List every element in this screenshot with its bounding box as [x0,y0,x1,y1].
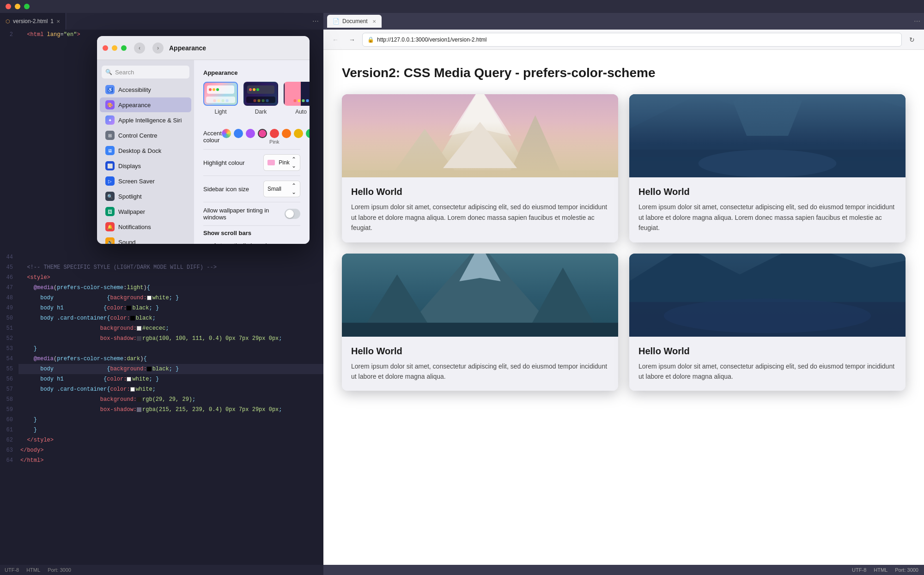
browser-tab-more-button[interactable]: ⋯ [914,18,920,25]
sidebar-item-desktop[interactable]: 🖥 Desktop & Dock [100,143,191,158]
browser-tab-bar: 📄 Document ✕ ⋯ [323,13,924,30]
mode-dark[interactable]: Dark [243,82,278,115]
vscode-panel: ⬡ version-2.html 1 ✕ ⋯ 2 <html lang = [0,13,323,575]
lake2-svg [629,254,906,337]
accent-red[interactable] [270,129,279,138]
sidebar-item-control-centre[interactable]: ⊞ Control Centre [100,128,191,143]
scroll-bars-label: Show scroll bars [203,230,300,236]
sidebar-item-appearance[interactable]: 🎨 Appearance [100,97,191,112]
accent-multicolor[interactable] [222,129,231,138]
sidebar-item-apple-intelligence[interactable]: ✦ Apple Intelligence & Siri [100,113,191,127]
sidebar-item-screensaver[interactable]: ▷ Screen Saver [100,174,191,188]
accent-colour-row: Accent colour [203,124,300,150]
browser-statusbar: UTF-8 HTML Port: 3000 [323,565,924,575]
browser-toolbar: ← → 🔒 http://127.0.0.1:3000/version1/ver… [323,30,924,50]
svg-point-20 [664,298,871,333]
appearance-modes-group: Light [203,82,300,115]
accent-yellow[interactable] [294,129,303,138]
size-dropdown-chevron-icon: ⌃⌄ [292,182,296,195]
settings-close-button[interactable] [103,45,108,51]
accent-blue[interactable] [234,129,243,138]
mode-dark-preview[interactable] [243,82,278,106]
sidebar-item-appearance-label: Appearance [118,102,151,109]
scroll-bars-section: Show scroll bars Automatically based on … [203,226,300,244]
sidebar-item-wallpaper[interactable]: 🖼 Wallpaper [100,204,191,219]
browser-encoding: UTF-8 [852,567,866,573]
minimize-button[interactable] [15,4,20,9]
displays-icon: ⬜ [105,161,115,170]
sidebar-icon-size-dropdown[interactable]: Small ⌃⌄ [263,181,300,197]
sidebar-item-displays[interactable]: ⬜ Displays [100,158,191,173]
settings-forward-button[interactable]: › [152,42,164,54]
sidebar-item-accessibility-label: Accessibility [118,86,151,93]
browser-tab-label: Document [342,18,368,24]
browser-tab-icon: 📄 [333,18,340,24]
light-mode-dock [213,99,228,102]
sidebar-item-sound[interactable]: 🔊 Sound [100,235,191,244]
card-1: Hello World Lorem ipsum dolor sit amet, … [342,94,618,242]
browser-tab-close-icon[interactable]: ✕ [372,19,376,24]
browser-url-bar[interactable]: 🔒 http://127.0.0.1:3000/version1/version… [362,33,902,47]
system-settings-window: ‹ › Appearance 🔍 Search [97,36,310,244]
svg-marker-8 [733,94,802,136]
settings-main-content: Appearance [194,60,310,244]
sidebar-item-notifications[interactable]: 🔔 Notifications [100,219,191,234]
settings-search[interactable]: 🔍 Search [102,66,189,79]
card-3-image [342,254,618,337]
accent-green[interactable] [306,129,310,138]
settings-back-button[interactable]: ‹ [134,42,145,54]
sound-icon: 🔊 [105,237,115,244]
vscode-tab-bar: ⬡ version-2.html 1 ✕ ⋯ [0,13,323,30]
card-2: Hello World Lorem ipsum dolor sit amet, … [629,94,906,242]
highlight-colour-dropdown[interactable]: Pink ⌃⌄ [263,154,300,171]
mode-auto-preview[interactable] [284,82,310,106]
browser-reload-button[interactable]: ↻ [906,33,918,46]
forward-icon: › [157,45,159,51]
accent-purple[interactable] [246,129,255,138]
mode-light[interactable]: Light [203,82,238,115]
maximize-button[interactable] [24,4,30,9]
card-3-body: Hello World Lorem ipsum dolor sit amet, … [342,337,618,391]
settings-minimize-button[interactable] [112,45,117,51]
back-icon: ‹ [139,45,140,51]
highlight-colour-value: Pink [279,159,289,166]
browser-back-button[interactable]: ← [329,33,342,46]
mode-auto[interactable]: Auto [284,82,310,115]
svg-marker-3 [390,129,460,177]
close-button[interactable] [6,4,11,9]
mode-dark-label: Dark [255,109,267,115]
apple-intelligence-icon: ✦ [105,115,115,125]
sidebar-item-accessibility[interactable]: ♿ Accessibility [100,82,191,97]
wallpaper-tinting-label: Allow wallpaper tinting in windows [203,207,285,221]
settings-sidebar: 🔍 Search ♿ Accessibility 🎨 [97,60,194,244]
vscode-tab-more-button[interactable]: ⋯ [308,18,323,25]
sidebar-item-spotlight[interactable]: 🔍 Spotlight [100,189,191,204]
svg-marker-7 [629,94,906,157]
browser-port: Port: 3000 [895,567,918,573]
vscode-tab-version2[interactable]: ⬡ version-2.html 1 ✕ [0,13,66,30]
mode-light-preview[interactable] [203,82,238,106]
accent-colors-group [222,129,310,138]
card-4-image [629,254,906,337]
browser-forward-button[interactable]: → [346,33,359,46]
vscode-port: Port: 3000 [48,567,71,573]
wallpaper-tinting-toggle[interactable] [285,209,300,219]
accent-pink[interactable] [258,129,267,138]
mode-auto-label: Auto [295,109,307,115]
card-4-body: Hello World Lorem ipsum dolor sit amet, … [629,337,906,391]
vscode-statusbar: UTF-8 HTML Port: 3000 [0,565,323,575]
auto-mode-dock [293,99,309,102]
browser-tab-document[interactable]: 📄 Document ✕ [327,15,382,28]
reload-icon: ↻ [909,36,915,43]
card-4: Hello World Lorem ipsum dolor sit amet, … [629,254,906,391]
screensaver-icon: ▷ [105,176,115,186]
accent-orange[interactable] [282,129,291,138]
search-icon: 🔍 [105,69,112,75]
scroll-auto-label: Automatically based on mouse or trackpad [213,242,300,244]
card-4-title: Hello World [638,346,896,357]
sidebar-item-desktop-label: Desktop & Dock [118,147,161,154]
scroll-auto-option[interactable]: Automatically based on mouse or trackpad [203,242,300,244]
settings-panel-title: Appearance [169,44,206,52]
settings-maximize-button[interactable] [121,45,127,51]
vscode-tab-close-icon[interactable]: ✕ [56,19,60,24]
